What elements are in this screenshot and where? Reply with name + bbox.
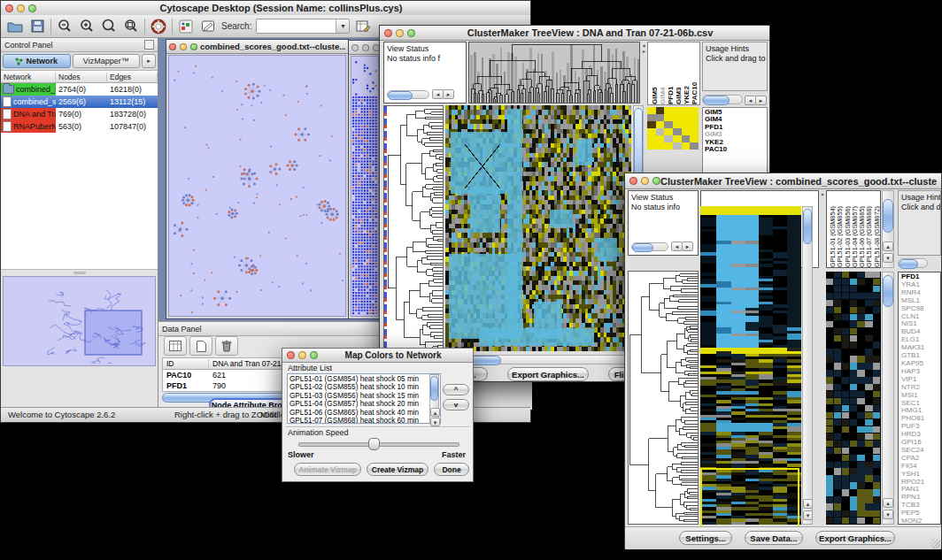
scrollbar-thumb[interactable] — [803, 209, 812, 244]
gene-label[interactable]: MSI1 — [901, 392, 938, 400]
scroll-up-icon[interactable]: ▴ — [883, 242, 893, 251]
scroll-down-icon[interactable]: ▾ — [803, 510, 813, 520]
close-button[interactable] — [5, 4, 13, 12]
zoom-button[interactable] — [190, 43, 197, 50]
scroll-down-icon[interactable]: ▾ — [430, 418, 440, 426]
scroll-right-icon[interactable]: ▸ — [443, 89, 454, 99]
zoom-selection-icon[interactable] — [100, 18, 118, 35]
scroll-down-icon[interactable]: ▾ — [883, 253, 893, 263]
scrollbar-thumb[interactable] — [703, 96, 730, 105]
scrollbar-thumb[interactable] — [430, 376, 438, 401]
gene-label[interactable]: PAN1 — [901, 486, 938, 494]
scroll-down-icon[interactable]: ▾ — [883, 510, 893, 519]
treeview2-titlebar[interactable]: ClusterMaker TreeView : combined_scores_… — [625, 173, 941, 189]
col-nodes[interactable]: Nodes — [56, 73, 107, 81]
scrollbar-thumb[interactable] — [388, 91, 413, 100]
new-attribute-icon[interactable] — [189, 336, 212, 356]
attribute-select-icon[interactable] — [164, 336, 187, 356]
gene-label[interactable]: RPO21 — [901, 479, 938, 487]
button-export-graphics[interactable]: Export Graphics... — [815, 531, 895, 545]
network-window-2[interactable] — [348, 40, 382, 319]
zoom-button[interactable] — [407, 29, 415, 37]
zoom-matrix[interactable] — [647, 107, 699, 150]
button-settings[interactable]: Settings... — [679, 531, 732, 545]
scrollbar-thumb[interactable] — [883, 199, 893, 233]
column-label[interactable]: GPL51-02 (GSM855) — [836, 193, 843, 267]
panel-divider[interactable] — [1, 270, 158, 275]
zoom-in-icon[interactable] — [78, 18, 96, 35]
scroll-right-icon[interactable]: ▸ — [755, 96, 767, 105]
create-vizmap-button[interactable]: Create Vizmap — [367, 463, 429, 476]
column-label[interactable]: GIM4 — [659, 48, 667, 104]
plugin-icon[interactable] — [177, 18, 195, 35]
view-status-scrollbar[interactable] — [631, 242, 668, 251]
splitter-arrows[interactable]: ▴ — [820, 190, 825, 268]
gene-label[interactable]: GPI16 — [901, 439, 938, 447]
tab-network[interactable]: Network — [3, 54, 71, 68]
minimize-button[interactable] — [362, 44, 369, 51]
attribute-item[interactable]: GPL51-01 (GSM854) heat shock 05 min — [290, 375, 438, 383]
close-button[interactable] — [287, 351, 295, 359]
gene-label[interactable]: PUF3 — [901, 423, 938, 431]
gene-label[interactable]: SEC24 — [901, 447, 938, 455]
gene-label[interactable]: PAC10 — [705, 146, 765, 153]
col-network[interactable]: Network — [1, 73, 56, 81]
help-lifesaver-icon[interactable] — [150, 18, 167, 35]
annotation-icon[interactable] — [199, 18, 217, 35]
gene-label[interactable]: PFD1 — [901, 273, 938, 281]
slider-thumb[interactable] — [368, 438, 380, 450]
gene-label[interactable]: RNR4 — [901, 289, 938, 297]
column-label[interactable]: GIM3 — [675, 48, 683, 104]
column-label[interactable]: PAC10 — [691, 48, 699, 104]
col-id[interactable]: ID — [163, 359, 209, 368]
network-row[interactable]: RNAPuberNov2+I563(0)107847(0) — [1, 120, 158, 133]
gene-label[interactable]: KAP95 — [901, 360, 938, 368]
network-row[interactable]: combined_scores2764(0)16218(0) — [1, 83, 158, 96]
attribute-item[interactable]: GPL51-04 (GSM857) heat shock 20 min — [290, 400, 438, 408]
gene-label[interactable]: PEP5 — [901, 510, 938, 518]
heatmap-zoom[interactable] — [826, 272, 881, 525]
column-label[interactable]: GPL51-07 (GSM868) — [865, 193, 872, 267]
row-dendrogram[interactable] — [383, 105, 444, 353]
gene-label[interactable]: HMG1 — [901, 407, 938, 415]
minimize-button[interactable] — [180, 43, 187, 50]
gene-label[interactable]: SPC98 — [901, 305, 938, 313]
zoom-fit-icon[interactable] — [122, 18, 140, 35]
usage-hints-scrollbar[interactable] — [898, 258, 928, 268]
attribute-item[interactable]: GPL51-07 (GSM868) heat shock 60 min — [290, 417, 438, 424]
gene-label[interactable]: MSL1 — [901, 297, 938, 305]
splitter-arrows[interactable]: ▴▸ — [641, 42, 647, 104]
minimize-button[interactable] — [396, 29, 404, 37]
gene-label[interactable]: ELG1 — [901, 336, 938, 344]
treeview1-titlebar[interactable]: ClusterMaker TreeView : DNA and Tran 07-… — [380, 26, 769, 41]
scroll-up-icon[interactable]: ▴ — [430, 408, 440, 417]
column-label[interactable]: GPL51-08 (GSM872) — [873, 193, 880, 267]
scroll-right-icon[interactable]: ▸ — [682, 242, 693, 251]
attribute-table-edit-icon[interactable] — [354, 18, 372, 35]
gene-label[interactable]: RPN1 — [901, 494, 938, 502]
column-label[interactable]: YKE2 — [683, 48, 691, 104]
heatmap-main[interactable] — [445, 105, 631, 351]
float-panel-icon[interactable] — [144, 40, 154, 50]
column-label[interactable]: GPL51-03 (GSM856) — [844, 193, 851, 267]
tab-overflow-button[interactable]: ▸ — [142, 54, 156, 68]
network-window-2-titlebar[interactable] — [349, 41, 381, 55]
heatmap-main[interactable] — [700, 206, 801, 525]
gene-label[interactable]: CLN1 — [901, 313, 938, 321]
zoom-vscrollbar[interactable]: ▴ ▾ — [882, 272, 894, 525]
network-canvas-2[interactable] — [351, 56, 379, 317]
attribute-item[interactable]: GPL51-06 (GSM865) heat shock 40 min — [290, 409, 438, 417]
resize-grip[interactable] — [930, 539, 940, 548]
gene-label[interactable]: MAK31 — [901, 344, 938, 352]
column-dendrogram[interactable] — [468, 42, 640, 104]
column-labels-scrollbar[interactable]: ▴ ▾ — [882, 190, 894, 268]
gene-label[interactable]: MON2 — [901, 518, 938, 525]
gene-label[interactable]: GIM3 — [705, 131, 765, 138]
network-canvas-1[interactable] — [168, 55, 346, 317]
gene-label[interactable]: NIS1 — [901, 320, 938, 328]
move-up-button[interactable]: ^ — [443, 384, 469, 395]
save-icon[interactable] — [28, 18, 46, 35]
tab-vizmapper[interactable]: VizMapper™ — [73, 54, 141, 68]
delete-attribute-icon[interactable] — [215, 336, 238, 356]
attribute-list-scrollbar[interactable]: ▴ ▾ — [429, 374, 439, 423]
